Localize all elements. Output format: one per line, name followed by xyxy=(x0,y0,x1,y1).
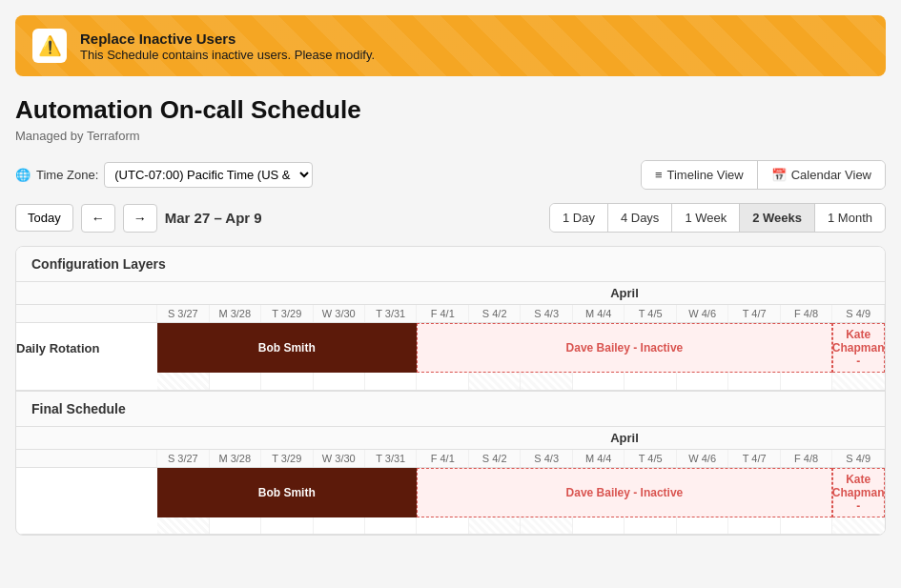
range-2weeks[interactable]: 2 Weeks xyxy=(740,204,815,232)
page-wrapper: ⚠️ Replace Inactive Users This Schedule … xyxy=(0,0,901,588)
final-schedule-table: April S 3/27 M 3/28 T 3/29 W 3/30 T 3/31… xyxy=(16,427,885,536)
april-label-1: April xyxy=(365,282,885,305)
warning-icon: ⚠️ xyxy=(32,29,67,63)
date-range: Mar 27 – Apr 9 xyxy=(165,210,262,226)
empty-row-1 xyxy=(16,373,885,390)
day-header-8: M 4/4 xyxy=(572,305,624,323)
calendar-icon: 📅 xyxy=(771,168,787,182)
final-kate-cell: Kate Chapman - xyxy=(832,467,885,517)
day-header-7: S 4/3 xyxy=(521,305,572,323)
nav-row: Today ← → Mar 27 – Apr 9 1 Day 4 Days 1 … xyxy=(15,203,886,233)
day-header-4: T 3/31 xyxy=(365,305,417,323)
daily-rotation-row: Daily Rotation Bob Smith Dave Bailey - I… xyxy=(16,323,885,374)
view-buttons: ≡ Timeline View 📅 Calendar View xyxy=(641,160,886,190)
day-header-row-2: S 3/27 M 3/28 T 3/29 W 3/30 T 3/31 F 4/1… xyxy=(16,449,885,467)
day-header-6: S 4/2 xyxy=(468,305,520,323)
kate-chapman-block: Kate Chapman - xyxy=(832,323,885,373)
month-header-row-2: April xyxy=(16,427,885,450)
final-kate-block: Kate Chapman - xyxy=(832,468,885,517)
final-dave-cell: Dave Bailey - Inactive xyxy=(417,467,832,517)
page-subtitle: Managed by Terraform xyxy=(15,129,886,143)
final-schedule-header: Final Schedule xyxy=(16,391,885,427)
calendar-view-button[interactable]: 📅 Calendar View xyxy=(758,161,885,189)
nav-left: Today ← → Mar 27 – Apr 9 xyxy=(15,204,262,233)
range-1week[interactable]: 1 Week xyxy=(672,204,740,232)
month-header-row-1: April xyxy=(16,282,885,305)
globe-icon: 🌐 xyxy=(15,168,31,182)
warning-text: Replace Inactive Users This Schedule con… xyxy=(80,30,375,62)
day-header-13: S 4/9 xyxy=(832,305,885,323)
dave-bailey-block: Dave Bailey - Inactive xyxy=(417,323,832,373)
day-header-9: T 4/5 xyxy=(625,305,676,323)
warning-message: This Schedule contains inactive users. P… xyxy=(80,48,375,62)
dave-bailey-cell: Dave Bailey - Inactive xyxy=(417,323,832,374)
toolbar: 🌐 Time Zone: (UTC-07:00) Pacific Time (U… xyxy=(15,160,886,190)
final-schedule-row: Bob Smith Dave Bailey - Inactive Kate Ch… xyxy=(16,467,885,517)
timeline-view-label: Timeline View xyxy=(666,168,743,182)
back-button[interactable]: ← xyxy=(81,204,115,233)
final-bob-block: Bob Smith xyxy=(157,468,417,517)
day-header-11: T 4/7 xyxy=(728,305,780,323)
timezone-label: Time Zone: xyxy=(36,168,98,182)
warning-title: Replace Inactive Users xyxy=(80,30,375,47)
bob-smith-block: Bob Smith xyxy=(157,323,417,373)
day-header-3: W 3/30 xyxy=(313,305,364,323)
timezone-select[interactable]: (UTC-07:00) Pacific Time (US & xyxy=(104,162,313,188)
empty-row-2 xyxy=(16,517,885,535)
calendar-view-label: Calendar View xyxy=(791,168,871,182)
range-1month[interactable]: 1 Month xyxy=(815,204,885,232)
day-header-row-1: S 3/27 M 3/28 T 3/29 W 3/30 T 3/31 F 4/1… xyxy=(16,305,885,323)
day-header-1: M 3/28 xyxy=(209,305,260,323)
day-header-5: F 4/1 xyxy=(417,305,468,323)
range-buttons: 1 Day 4 Days 1 Week 2 Weeks 1 Month xyxy=(549,203,886,233)
day-header-12: F 4/8 xyxy=(780,305,831,323)
timeline-icon: ≡ xyxy=(655,168,663,182)
kate-chapman-cell: Kate Chapman - xyxy=(832,323,885,374)
final-label xyxy=(16,467,157,517)
timeline-view-button[interactable]: ≡ Timeline View xyxy=(642,161,758,189)
final-dave-block: Dave Bailey - Inactive xyxy=(417,468,832,517)
day-header-2: T 3/29 xyxy=(261,305,313,323)
range-4days[interactable]: 4 Days xyxy=(608,204,672,232)
day-header-10: W 4/6 xyxy=(676,305,727,323)
warning-banner: ⚠️ Replace Inactive Users This Schedule … xyxy=(15,15,886,76)
timezone-group: 🌐 Time Zone: (UTC-07:00) Pacific Time (U… xyxy=(15,162,313,188)
forward-button[interactable]: → xyxy=(123,204,157,233)
april-label-2: April xyxy=(365,427,885,450)
daily-rotation-label: Daily Rotation xyxy=(16,323,157,374)
bob-smith-cell: Bob Smith xyxy=(157,323,417,374)
config-layers-header: Configuration Layers xyxy=(16,247,885,282)
schedule-container: Configuration Layers April S 3/27 M 3/28 xyxy=(15,246,886,536)
page-title: Automation On-call Schedule xyxy=(15,95,886,125)
config-layers-table: April S 3/27 M 3/28 T 3/29 W 3/30 T 3/31… xyxy=(16,282,885,391)
range-1day[interactable]: 1 Day xyxy=(550,204,608,232)
final-bob-cell: Bob Smith xyxy=(157,467,417,517)
day-header-0: S 3/27 xyxy=(157,305,209,323)
today-button[interactable]: Today xyxy=(15,204,73,232)
